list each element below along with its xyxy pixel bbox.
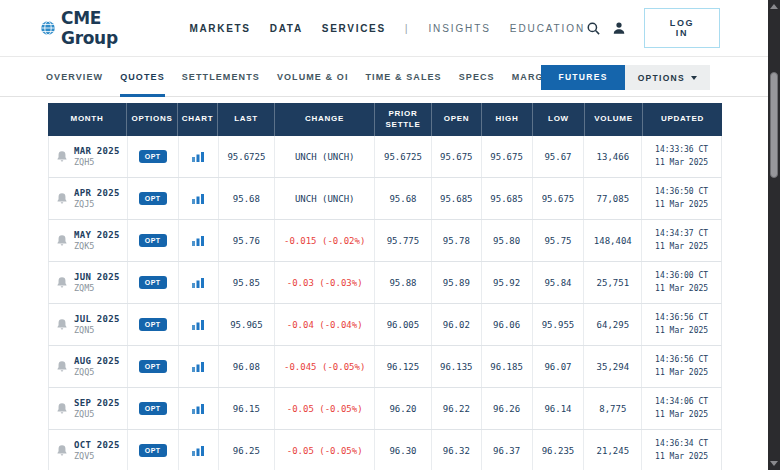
user-account-icon[interactable]	[611, 19, 628, 37]
tab-specs[interactable]: SPECS	[459, 57, 495, 97]
updated-time: 14:36:00 CT	[655, 270, 708, 282]
scrollbar-thumb[interactable]	[770, 72, 778, 178]
alert-bell-icon[interactable]	[56, 402, 68, 415]
high-cell: 96.06	[482, 304, 533, 345]
last-cell: 95.965	[219, 304, 276, 345]
col-header-chart: CHART	[178, 103, 218, 136]
chart-cell	[179, 178, 219, 219]
updated-cell: 14:33:36 CT 11 Mar 2025	[642, 136, 721, 177]
globe-icon	[40, 20, 56, 36]
change-cell: -0.045 (-0.05%)	[275, 346, 375, 387]
scroll-down-arrow-icon[interactable]	[770, 461, 778, 466]
month-cell: OCT 2025 ZQV5	[49, 430, 128, 470]
last-cell: 95.68	[219, 178, 276, 219]
month-cell: APR 2025 ZQJ5	[49, 178, 128, 219]
search-icon[interactable]	[585, 19, 602, 37]
bar-chart-icon[interactable]	[192, 235, 205, 247]
tab-time-sales[interactable]: TIME & SALES	[365, 57, 441, 97]
contract-month: JUL 2025	[74, 314, 120, 324]
table-row: MAY 2025 ZQK5 OPT 95.76 -0.015 (-0.02%) …	[48, 220, 722, 262]
opt-button[interactable]: OPT	[139, 444, 167, 457]
col-header-month: MONTH	[48, 103, 127, 136]
vertical-scrollbar[interactable]	[768, 0, 780, 470]
alert-bell-icon[interactable]	[56, 150, 68, 163]
month-cell: AUG 2025 ZQQ5	[49, 346, 128, 387]
bar-chart-icon[interactable]	[192, 361, 205, 373]
opt-button[interactable]: OPT	[139, 360, 167, 373]
bar-chart-icon[interactable]	[192, 403, 205, 415]
open-cell: 96.32	[432, 430, 482, 470]
tab-overview[interactable]: OVERVIEW	[46, 57, 103, 97]
month-cell: SEP 2025 ZQU5	[49, 388, 128, 429]
futures-toggle-button[interactable]: FUTURES	[541, 65, 624, 90]
open-cell: 95.675	[432, 136, 482, 177]
opt-button[interactable]: OPT	[139, 234, 167, 247]
tab-settlements[interactable]: SETTLEMENTS	[182, 57, 260, 97]
change-cell: -0.04 (-0.04%)	[275, 304, 375, 345]
header-actions: LOG IN	[585, 8, 768, 48]
nav-separator: |	[405, 22, 410, 34]
nav-markets[interactable]: MARKETS	[189, 23, 250, 34]
low-cell: 95.675	[533, 178, 585, 219]
alert-bell-icon[interactable]	[56, 318, 68, 331]
updated-cell: 14:36:56 CT 11 Mar 2025	[642, 346, 721, 387]
nav-services[interactable]: SERVICES	[322, 23, 386, 34]
log-in-button[interactable]: LOG IN	[644, 8, 720, 48]
change-cell: -0.05 (-0.05%)	[275, 388, 375, 429]
quotes-view-toggle: FUTURES OPTIONS	[541, 65, 710, 90]
tabs-strip: OVERVIEW QUOTES SETTLEMENTS VOLUME & OI …	[46, 57, 606, 97]
opt-button[interactable]: OPT	[139, 318, 167, 331]
contract-code: ZQQ5	[74, 367, 120, 377]
alert-bell-icon[interactable]	[56, 192, 68, 205]
updated-time: 14:36:50 CT	[655, 186, 708, 198]
bar-chart-icon[interactable]	[192, 193, 205, 205]
last-cell: 96.15	[219, 388, 276, 429]
alert-bell-icon[interactable]	[56, 444, 68, 457]
updated-time: 14:36:56 CT	[655, 354, 708, 366]
change-cell: -0.05 (-0.05%)	[275, 430, 375, 470]
volume-cell: 77,085	[584, 178, 642, 219]
updated-cell: 14:34:06 CT 11 Mar 2025	[642, 388, 721, 429]
opt-button[interactable]: OPT	[139, 276, 167, 289]
tab-quotes[interactable]: QUOTES	[120, 57, 165, 97]
scroll-up-arrow-icon[interactable]	[770, 4, 778, 9]
opt-button[interactable]: OPT	[139, 150, 167, 163]
low-cell: 96.235	[533, 430, 585, 470]
chart-cell	[179, 388, 219, 429]
updated-time: 14:34:37 CT	[655, 228, 708, 240]
low-cell: 95.84	[533, 262, 585, 303]
updated-cell: 14:36:50 CT 11 Mar 2025	[642, 178, 721, 219]
prior-settle-cell: 95.68	[375, 178, 432, 219]
contract-code: ZQH5	[74, 157, 120, 167]
alert-bell-icon[interactable]	[56, 360, 68, 373]
bar-chart-icon[interactable]	[192, 277, 205, 289]
options-toggle-button[interactable]: OPTIONS	[625, 65, 710, 90]
month-cell: JUL 2025 ZQN5	[49, 304, 128, 345]
alert-bell-icon[interactable]	[56, 234, 68, 247]
nav-data[interactable]: DATA	[270, 23, 303, 34]
contract-month: MAR 2025	[74, 146, 120, 156]
low-cell: 95.67	[533, 136, 585, 177]
cme-group-logo[interactable]: CME Group	[40, 8, 159, 48]
high-cell: 95.92	[482, 262, 533, 303]
updated-date: 11 Mar 2025	[655, 199, 708, 211]
nav-insights[interactable]: INSIGHTS	[428, 23, 490, 34]
opt-button[interactable]: OPT	[139, 192, 167, 205]
tab-volume-oi[interactable]: VOLUME & OI	[277, 57, 349, 97]
options-cell: OPT	[128, 346, 179, 387]
table-row: SEP 2025 ZQU5 OPT 96.15 -0.05 (-0.05%) 9…	[48, 388, 722, 430]
col-header-updated: UPDATED	[643, 103, 722, 136]
updated-date: 11 Mar 2025	[655, 241, 708, 253]
col-header-prior-settle: PRIOR SETTLE	[375, 103, 432, 136]
bar-chart-icon[interactable]	[192, 445, 205, 457]
chart-cell	[179, 346, 219, 387]
bar-chart-icon[interactable]	[192, 151, 205, 163]
alert-bell-icon[interactable]	[56, 276, 68, 289]
high-cell: 95.80	[482, 220, 533, 261]
bar-chart-icon[interactable]	[192, 319, 205, 331]
options-cell: OPT	[128, 136, 179, 177]
opt-button[interactable]: OPT	[139, 402, 167, 415]
nav-education[interactable]: EDUCATION	[510, 23, 585, 34]
updated-time: 14:36:56 CT	[655, 312, 708, 324]
prior-settle-cell: 96.125	[375, 346, 432, 387]
